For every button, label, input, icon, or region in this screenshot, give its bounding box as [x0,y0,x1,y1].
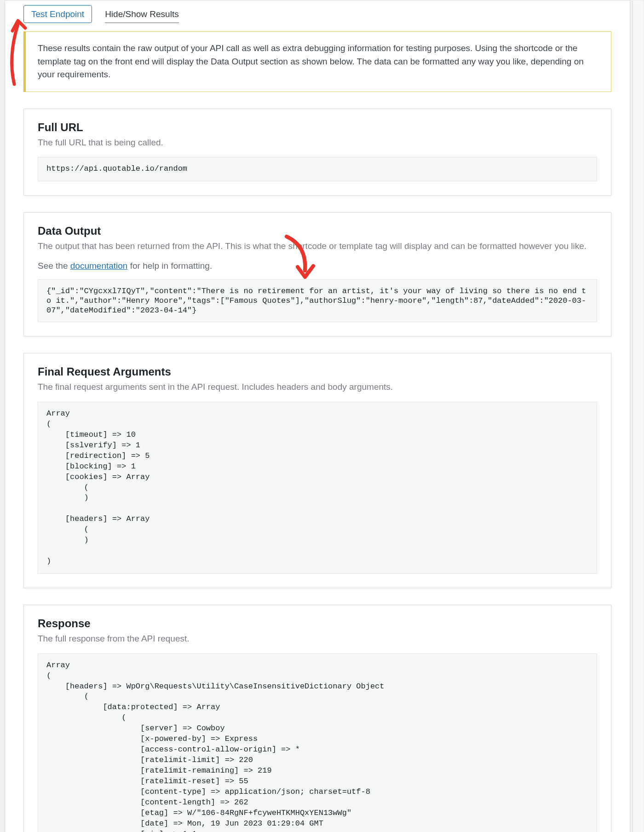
panel-title: Final Request Arguments [38,365,597,378]
test-endpoint-button[interactable]: Test Endpoint [23,5,92,23]
panel-data-output: Data Output The output that has been ret… [23,212,611,336]
panel-title: Full URL [38,121,597,134]
panel-subtitle: The full response from the API request. [38,633,597,645]
code-output: Array ( [timeout] => 10 [sslverify] => 1… [38,402,597,574]
panel-title: Data Output [38,225,597,237]
panel-subtitle: The final request arguments sent in the … [38,381,597,393]
panel-final-request: Final Request Arguments The final reques… [23,353,611,588]
documentation-link[interactable]: documentation [70,261,128,271]
code-output: Array ( [headers] => WpOrg\Requests\Util… [38,653,597,832]
results-container: Test Endpoint Hide/Show Results These re… [5,0,630,832]
panel-subtitle: The full URL that is being called. [38,137,597,149]
panel-title: Response [38,617,597,630]
panel-subtitle: The output that has been returned from t… [38,240,597,253]
panel-full-url: Full URL The full URL that is being call… [23,109,611,196]
tab-row: Test Endpoint Hide/Show Results [23,5,611,31]
panel-helptext: See the documentation for help in format… [38,261,597,271]
panel-response: Response The full response from the API … [23,605,611,832]
info-notice: These results contain the raw output of … [23,31,611,92]
code-output: {"_id":"CYgcxxl7IQyT","content":"There i… [38,279,597,323]
help-prefix: See the [38,261,70,271]
help-suffix: for help in formatting. [127,261,212,271]
hide-show-results-button[interactable]: Hide/Show Results [105,5,179,23]
code-output: https://api.quotable.io/random [38,157,597,181]
scrollbar-track[interactable] [632,0,644,832]
